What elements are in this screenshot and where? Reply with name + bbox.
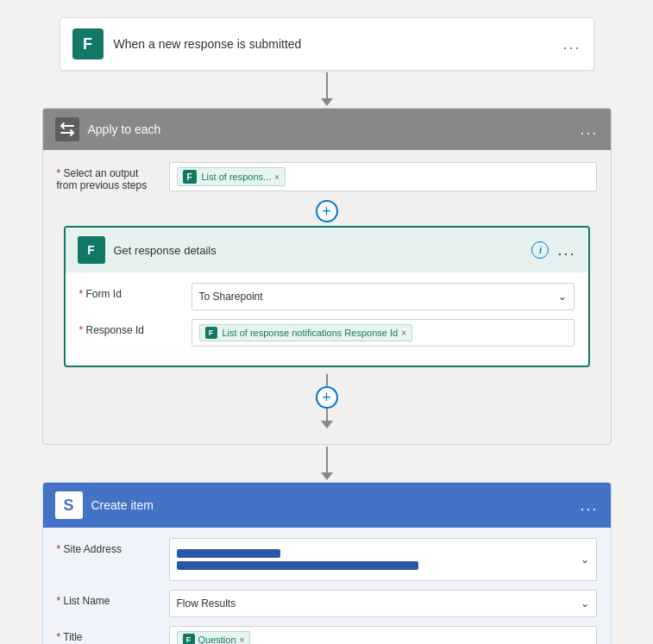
get-response-icon-letter: F [87, 243, 95, 257]
apply-each-icon [55, 117, 79, 141]
site-address-chevron: ⌄ [581, 553, 589, 566]
apply-each-header: Apply to each ... [43, 109, 611, 150]
add-circle-2[interactable]: + [316, 386, 338, 409]
tag-forms-icon-letter: F [186, 172, 192, 182]
flow-canvas: F When a new response is submitted ... A… [17, 17, 636, 644]
between-line-top [326, 374, 328, 386]
select-output-input[interactable]: F List of respons... × [169, 162, 597, 191]
tag-forms-icon: F [183, 170, 197, 184]
response-id-tag-icon: F [205, 327, 217, 339]
title-tag-label: Question [198, 635, 236, 644]
arrow-head-2 [321, 472, 333, 480]
loop-svg [59, 121, 76, 138]
apply-each-title: Apply to each [88, 122, 581, 136]
inner-add-button-1[interactable]: + [57, 200, 597, 222]
response-id-row: Response Id F List of response notificat… [79, 319, 575, 347]
get-response-forms-icon: F [78, 236, 105, 264]
info-button[interactable]: i [531, 241, 549, 259]
sharepoint-icon-letter: S [63, 497, 73, 515]
create-item-more-button[interactable]: ... [580, 497, 598, 515]
create-item-title: Create item [91, 498, 581, 512]
between-arrow-head [321, 421, 333, 428]
trigger-card: F When a new response is submitted ... [60, 17, 594, 71]
form-id-label: Form Id [79, 283, 192, 300]
between-section-1: + [57, 374, 597, 428]
form-id-row: Form Id To Sharepoint ⌄ [79, 283, 575, 310]
apply-each-body: * Select an outputfrom previous steps F … [43, 150, 611, 444]
title-tag-close[interactable]: × [240, 635, 245, 645]
arrow-head [321, 98, 333, 106]
select-output-label-text: Select an outputfrom previous steps [57, 167, 148, 191]
title-label: Title [57, 626, 169, 643]
add-circle-1[interactable]: + [316, 200, 338, 222]
create-item-card: S Create item ... Site Address ⌄ List Na… [42, 482, 612, 644]
response-id-tag-label: List of response notifications Response … [223, 328, 399, 338]
get-response-actions: i ... [531, 241, 575, 259]
loop-icon [59, 121, 76, 138]
response-id-label: Response Id [79, 319, 192, 336]
create-item-body: Site Address ⌄ List Name Flow Results ⌄ [43, 528, 611, 644]
site-address-bar-2 [177, 561, 418, 570]
title-tag: F Question × [177, 631, 251, 644]
main-arrow-1 [321, 72, 333, 106]
form-id-select[interactable]: To Sharepoint ⌄ [192, 283, 575, 310]
list-name-value: Flow Results [177, 597, 236, 610]
get-response-title: Get response details [114, 244, 532, 257]
response-id-input[interactable]: F List of response notifications Respons… [192, 319, 575, 347]
apply-each-card: Apply to each ... * Select an outputfrom… [42, 108, 612, 445]
get-response-card: F Get response details i ... Form Id To … [64, 226, 590, 367]
list-responses-tag[interactable]: F List of respons... × [177, 167, 286, 186]
title-row: Title F Question × [57, 626, 597, 644]
select-output-label: * Select an outputfrom previous steps [57, 162, 169, 191]
site-address-content [177, 549, 581, 570]
forms-trigger-icon: F [72, 28, 104, 59]
list-name-select[interactable]: Flow Results ⌄ [169, 590, 597, 617]
arrow-line-2 [326, 447, 328, 472]
create-item-header: S Create item ... [43, 483, 611, 528]
site-address-row: Site Address ⌄ [57, 538, 597, 581]
between-line-bottom [326, 409, 328, 421]
list-name-chevron: ⌄ [581, 597, 589, 610]
form-id-value: To Sharepoint [199, 291, 263, 303]
list-responses-close[interactable]: × [274, 172, 279, 182]
list-name-label: List Name [57, 590, 169, 607]
site-address-bar-1 [177, 549, 280, 558]
get-response-more-button[interactable]: ... [557, 242, 575, 258]
site-address-input[interactable]: ⌄ [169, 538, 597, 581]
select-output-row: * Select an outputfrom previous steps F … [57, 162, 597, 191]
form-id-chevron: ⌄ [558, 291, 567, 303]
response-id-close[interactable]: × [401, 328, 406, 338]
list-name-row: List Name Flow Results ⌄ [57, 590, 597, 617]
sharepoint-icon: S [55, 491, 83, 519]
response-id-tag: F List of response notifications Respons… [199, 324, 412, 341]
title-tag-letter: F [186, 635, 192, 644]
apply-each-more-button[interactable]: ... [580, 121, 598, 139]
forms-icon-letter: F [83, 35, 92, 53]
get-response-header: F Get response details i ... [66, 228, 588, 272]
trigger-more-button[interactable]: ... [562, 36, 581, 52]
arrow-line [326, 72, 328, 98]
main-arrow-2 [321, 447, 333, 480]
list-responses-label: List of respons... [202, 172, 272, 182]
title-tag-icon: F [183, 634, 195, 644]
site-address-label: Site Address [57, 538, 169, 555]
response-id-icon-letter: F [209, 328, 214, 337]
get-response-body: Form Id To Sharepoint ⌄ Response Id F [66, 272, 588, 366]
title-input[interactable]: F Question × [169, 626, 597, 644]
trigger-title: When a new response is submitted [114, 37, 563, 51]
